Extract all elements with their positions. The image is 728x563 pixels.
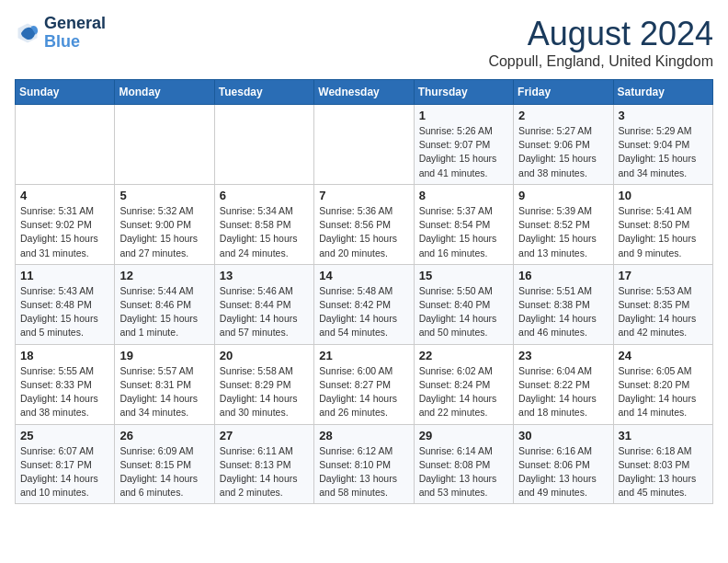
day-info: Sunrise: 6:09 AM Sunset: 8:15 PM Dayligh… [119, 444, 209, 500]
weekday-header-monday: Monday [115, 80, 214, 105]
calendar-cell: 10Sunrise: 5:41 AM Sunset: 8:50 PM Dayli… [613, 184, 712, 264]
day-info: Sunrise: 6:11 AM Sunset: 8:13 PM Dayligh… [220, 444, 309, 500]
day-info: Sunrise: 5:32 AM Sunset: 9:00 PM Dayligh… [119, 204, 209, 260]
day-number: 16 [518, 269, 608, 282]
day-number: 15 [419, 269, 508, 282]
calendar-cell: 6Sunrise: 5:34 AM Sunset: 8:58 PM Daylig… [214, 184, 313, 264]
day-number: 11 [20, 269, 109, 282]
weekday-header-sunday: Sunday [16, 80, 115, 105]
day-info: Sunrise: 5:26 AM Sunset: 9:07 PM Dayligh… [419, 124, 508, 180]
day-info: Sunrise: 5:57 AM Sunset: 8:31 PM Dayligh… [119, 364, 209, 420]
day-number: 27 [220, 429, 309, 442]
day-number: 22 [419, 349, 508, 362]
logo-icon [15, 20, 40, 46]
calendar-cell: 1Sunrise: 5:26 AM Sunset: 9:07 PM Daylig… [414, 105, 513, 185]
day-info: Sunrise: 5:48 AM Sunset: 8:42 PM Dayligh… [319, 284, 408, 340]
day-info: Sunrise: 6:02 AM Sunset: 8:24 PM Dayligh… [419, 364, 508, 420]
calendar-cell: 2Sunrise: 5:27 AM Sunset: 9:06 PM Daylig… [514, 105, 613, 185]
day-info: Sunrise: 6:00 AM Sunset: 8:27 PM Dayligh… [319, 364, 408, 420]
calendar-cell: 12Sunrise: 5:44 AM Sunset: 8:46 PM Dayli… [115, 264, 214, 344]
day-info: Sunrise: 5:50 AM Sunset: 8:40 PM Dayligh… [419, 284, 508, 340]
day-info: Sunrise: 5:43 AM Sunset: 8:48 PM Dayligh… [20, 284, 109, 340]
day-number: 6 [220, 189, 309, 202]
day-number: 13 [220, 269, 309, 282]
day-number: 29 [419, 429, 508, 442]
day-info: Sunrise: 6:07 AM Sunset: 8:17 PM Dayligh… [20, 444, 109, 500]
day-number: 24 [619, 349, 708, 362]
calendar-cell: 23Sunrise: 6:04 AM Sunset: 8:22 PM Dayli… [514, 344, 613, 424]
weekday-header-row: SundayMondayTuesdayWednesdayThursdayFrid… [16, 80, 713, 105]
day-number: 20 [220, 349, 309, 362]
day-info: Sunrise: 5:27 AM Sunset: 9:06 PM Dayligh… [518, 124, 608, 180]
day-number: 21 [319, 349, 408, 362]
week-row-4: 18Sunrise: 5:55 AM Sunset: 8:33 PM Dayli… [16, 344, 713, 424]
logo-text: General Blue [44, 15, 106, 52]
day-number: 9 [518, 189, 608, 202]
calendar-cell: 28Sunrise: 6:12 AM Sunset: 8:10 PM Dayli… [314, 424, 414, 504]
calendar-cell: 5Sunrise: 5:32 AM Sunset: 9:00 PM Daylig… [115, 184, 214, 264]
title-area: August 2024 Coppull, England, United Kin… [488, 15, 713, 70]
calendar-cell: 7Sunrise: 5:36 AM Sunset: 8:56 PM Daylig… [314, 184, 414, 264]
calendar-cell [16, 105, 115, 185]
calendar-cell [314, 105, 414, 185]
calendar-cell: 18Sunrise: 5:55 AM Sunset: 8:33 PM Dayli… [16, 344, 115, 424]
calendar-cell: 26Sunrise: 6:09 AM Sunset: 8:15 PM Dayli… [115, 424, 214, 504]
calendar-cell: 19Sunrise: 5:57 AM Sunset: 8:31 PM Dayli… [115, 344, 214, 424]
week-row-2: 4Sunrise: 5:31 AM Sunset: 9:02 PM Daylig… [16, 184, 713, 264]
day-info: Sunrise: 5:55 AM Sunset: 8:33 PM Dayligh… [20, 364, 109, 420]
calendar-cell: 22Sunrise: 6:02 AM Sunset: 8:24 PM Dayli… [414, 344, 513, 424]
day-info: Sunrise: 6:14 AM Sunset: 8:08 PM Dayligh… [419, 444, 508, 500]
day-number: 18 [20, 349, 109, 362]
week-row-5: 25Sunrise: 6:07 AM Sunset: 8:17 PM Dayli… [16, 424, 713, 504]
weekday-header-thursday: Thursday [414, 80, 513, 105]
calendar-cell: 14Sunrise: 5:48 AM Sunset: 8:42 PM Dayli… [314, 264, 414, 344]
day-info: Sunrise: 6:18 AM Sunset: 8:03 PM Dayligh… [619, 444, 708, 500]
month-year: August 2024 [488, 15, 713, 53]
day-number: 14 [319, 269, 408, 282]
weekday-header-wednesday: Wednesday [314, 80, 414, 105]
calendar-cell: 30Sunrise: 6:16 AM Sunset: 8:06 PM Dayli… [514, 424, 613, 504]
day-info: Sunrise: 5:53 AM Sunset: 8:35 PM Dayligh… [619, 284, 708, 340]
day-number: 5 [119, 189, 209, 202]
calendar-cell: 25Sunrise: 6:07 AM Sunset: 8:17 PM Dayli… [16, 424, 115, 504]
week-row-1: 1Sunrise: 5:26 AM Sunset: 9:07 PM Daylig… [16, 105, 713, 185]
calendar-cell: 16Sunrise: 5:51 AM Sunset: 8:38 PM Dayli… [514, 264, 613, 344]
calendar-cell: 17Sunrise: 5:53 AM Sunset: 8:35 PM Dayli… [613, 264, 712, 344]
day-info: Sunrise: 6:04 AM Sunset: 8:22 PM Dayligh… [518, 364, 608, 420]
calendar-cell: 24Sunrise: 6:05 AM Sunset: 8:20 PM Dayli… [613, 344, 712, 424]
calendar-table: SundayMondayTuesdayWednesdayThursdayFrid… [15, 79, 713, 504]
day-number: 28 [319, 429, 408, 442]
day-info: Sunrise: 5:34 AM Sunset: 8:58 PM Dayligh… [220, 204, 309, 260]
calendar-cell: 29Sunrise: 6:14 AM Sunset: 8:08 PM Dayli… [414, 424, 513, 504]
day-number: 4 [20, 189, 109, 202]
calendar-cell: 3Sunrise: 5:29 AM Sunset: 9:04 PM Daylig… [613, 105, 712, 185]
day-info: Sunrise: 6:16 AM Sunset: 8:06 PM Dayligh… [518, 444, 608, 500]
day-number: 12 [119, 269, 209, 282]
day-info: Sunrise: 5:41 AM Sunset: 8:50 PM Dayligh… [619, 204, 708, 260]
weekday-header-saturday: Saturday [613, 80, 712, 105]
day-info: Sunrise: 6:05 AM Sunset: 8:20 PM Dayligh… [619, 364, 708, 420]
day-info: Sunrise: 5:36 AM Sunset: 8:56 PM Dayligh… [319, 204, 408, 260]
calendar-cell: 20Sunrise: 5:58 AM Sunset: 8:29 PM Dayli… [214, 344, 313, 424]
weekday-header-friday: Friday [514, 80, 613, 105]
day-number: 17 [619, 269, 708, 282]
day-info: Sunrise: 5:39 AM Sunset: 8:52 PM Dayligh… [518, 204, 608, 260]
calendar-cell: 8Sunrise: 5:37 AM Sunset: 8:54 PM Daylig… [414, 184, 513, 264]
day-info: Sunrise: 5:44 AM Sunset: 8:46 PM Dayligh… [119, 284, 209, 340]
day-number: 10 [619, 189, 708, 202]
calendar-cell: 4Sunrise: 5:31 AM Sunset: 9:02 PM Daylig… [16, 184, 115, 264]
day-info: Sunrise: 5:37 AM Sunset: 8:54 PM Dayligh… [419, 204, 508, 260]
day-info: Sunrise: 5:29 AM Sunset: 9:04 PM Dayligh… [619, 124, 708, 180]
day-number: 8 [419, 189, 508, 202]
calendar-cell: 21Sunrise: 6:00 AM Sunset: 8:27 PM Dayli… [314, 344, 414, 424]
day-number: 1 [419, 109, 508, 122]
day-number: 2 [518, 109, 608, 122]
day-number: 26 [119, 429, 209, 442]
day-number: 23 [518, 349, 608, 362]
page-header: General Blue August 2024 Coppull, Englan… [15, 15, 713, 70]
calendar-cell: 31Sunrise: 6:18 AM Sunset: 8:03 PM Dayli… [613, 424, 712, 504]
day-info: Sunrise: 5:46 AM Sunset: 8:44 PM Dayligh… [220, 284, 309, 340]
day-number: 30 [518, 429, 608, 442]
calendar-cell: 15Sunrise: 5:50 AM Sunset: 8:40 PM Dayli… [414, 264, 513, 344]
day-number: 31 [619, 429, 708, 442]
